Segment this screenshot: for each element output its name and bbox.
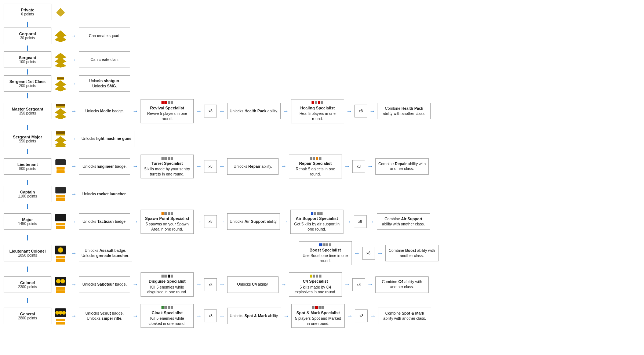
arrow-x8-combine-airsupport: → [367,218,377,225]
spec-c4: C4 Specialist 5 kills made by C4 explosi… [289,272,342,297]
spec-healing: Healing Specialist Heal 5 players in one… [291,99,344,123]
rank-icon-major [52,213,69,230]
arrow-healing-x8: → [344,108,354,115]
row-mastersergeant: Master Sergeant 350 points → Unlocks Med… [4,99,640,130]
svg-rect-11 [56,104,65,106]
mult-c4: x8 [352,278,365,291]
v-connector-ltcolonel [4,267,51,272]
svg-rect-27 [56,223,65,225]
arrow-cloak-x8: → [194,313,204,319]
arrow-lt-to-spec: → [130,163,141,170]
svg-rect-44 [56,322,65,325]
unlock-sergeant1st: Unlocks shotgun.Unlocks SMG. [79,75,130,92]
unlock-colonel: Unlocks Saboteur badge. [79,276,130,293]
arrow-x8-combine-repair: → [365,163,375,170]
mult-turret: x8 [204,160,217,173]
arrow-captain: → [69,191,79,198]
svg-point-41 [59,311,62,315]
rank-name-mastersergeant: Master Sergeant [12,107,43,111]
arrow-ltcolonel: → [69,250,79,257]
rank-box-sergeant1st: Sergeant 1st Class 200 points [4,75,51,92]
rank-box-sergeantmajor: Sergeant Major 550 points [4,131,51,147]
arrow-gen-to-spec: → [130,313,141,319]
row-corporal: Corporal 30 points → Can create squad. [4,28,640,51]
spec-title-spotmark: Spot & Mark Specialist [296,310,340,315]
spec-cloak: Cloak Specialist Kill 5 enemies while cl… [141,304,194,328]
arrow-sergeant: → [69,57,79,63]
mult-spawn: x8 [204,215,217,228]
rank-name-private: Private [21,8,34,12]
v-connector-captain [4,204,51,209]
arrow-revival-x8: → [194,108,204,115]
svg-rect-25 [56,198,65,201]
combine-airsupport: Combine Air Support ability with another… [377,213,430,230]
rank-points-general: 2800 points [18,316,37,320]
spec-icon-cloak [161,306,173,309]
arrow-maj-to-spec: → [130,218,141,225]
unlock-c4: Unlocks C4 ability. [227,276,279,293]
combine-healthpack: Combine Health Pack ability with another… [378,103,431,119]
unlock-major: Unlocks Tactician badge. [79,213,130,230]
rank-points-ltcolonel: 1850 points [18,253,37,257]
rank-icon-sergeant1st [52,75,69,92]
unlock-corporal: Can create squad. [79,28,130,44]
arrow-ms-to-spec: → [130,108,141,115]
rank-box-captain: Captain 1100 points [4,186,51,202]
spec-title-boost: Boost Specialist [309,247,341,253]
row-colonel: Colonel 2300 points → Unlocks Saboteur b… [4,272,640,303]
rank-points-sergeant1st: 200 points [19,84,36,88]
svg-rect-28 [56,226,65,229]
arrow-col-to-spec: → [130,281,141,288]
rank-points-major: 1450 points [18,222,37,226]
rank-icon-captain [52,186,69,202]
rank-points-sergeant: 100 points [19,60,36,64]
unlock-ltcolonel: Unlocks Assault badge.Unlocks grenade la… [79,245,132,261]
rank-points-lieutenant: 800 points [19,167,36,171]
spec-icon-boost [319,243,331,247]
rank-icon-mastersergeant [52,103,69,119]
svg-rect-16 [56,131,65,134]
rank-box-lieutenant: Lieutenant 800 points [4,158,51,175]
rank-progression-chart: Private 0 points Corporal 30 points [4,4,640,330]
rank-icon-ltcolonel [52,245,69,261]
arrow-x8-combine-spotmark: → [368,313,378,319]
spec-icon-disguise [161,274,173,278]
arrow-x8-healthpack: → [217,108,227,115]
rank-name-sergeant: Sergeant [19,55,36,60]
spec-title-airsupport: Air Support Specialist [296,216,338,221]
rank-name-major: Major [22,217,33,222]
v-connector-colonel [4,298,51,303]
rank-icon-colonel [52,276,69,293]
spec-airsupport: Air Support Specialist Get 5 kills by ai… [290,210,343,234]
page: Private 0 points Corporal 30 points [0,0,644,355]
spec-desc-healing: Heal 5 players in one round. [294,111,342,121]
unlock-mastersergeant: Unlocks Medic badge. [79,103,130,119]
arrow-x8-c4: → [217,281,227,288]
arrow-colonel: → [69,281,79,288]
rank-box-private: Private 0 points [4,4,51,20]
spec-desc-turret: 5 kills made by your sentry turrets in o… [143,167,191,177]
spec-desc-airsupport: Get 5 kills by air support in one round. [293,222,341,232]
unlock-spotmark: Unlocks Spot & Mark ability. [227,308,281,324]
row-captain: Captain 1100 points → Unlocks rocket lau… [4,186,640,209]
rank-points-mastersergeant: 350 points [19,111,36,115]
spec-desc-spotmark: 5 players Spot and Marked in one round. [294,316,342,326]
rank-name-general: General [20,312,35,316]
arrow-x8-combine-healthpack: → [367,108,378,115]
spec-desc-cloak: Kill 5 enemies while cloaked in one roun… [143,316,191,326]
spec-desc-revival: Revive 5 players in one round. [143,111,191,121]
unlock-general: Unlocks Scout badge.Unlocks sniper rifle… [79,308,130,324]
v-connector-private [4,22,51,27]
svg-rect-32 [56,256,65,258]
combine-repair: Combine Repair ability with another clas… [375,158,429,175]
rank-name-captain: Captain [20,190,35,194]
spec-disguise: Disguise Specialist Kill 5 enemies while… [141,272,194,297]
rank-box-mastersergeant: Master Sergeant 350 points [4,103,51,119]
svg-point-40 [55,311,59,315]
v-connector-sergeantmajor [4,149,51,154]
rank-icon-private [52,4,69,20]
rank-points-private: 0 points [21,12,34,16]
rank-name-ltcolonel: Lieutenant Colonel [10,249,46,253]
arrow-airsupport-spec: → [280,218,290,225]
svg-rect-24 [56,195,65,198]
